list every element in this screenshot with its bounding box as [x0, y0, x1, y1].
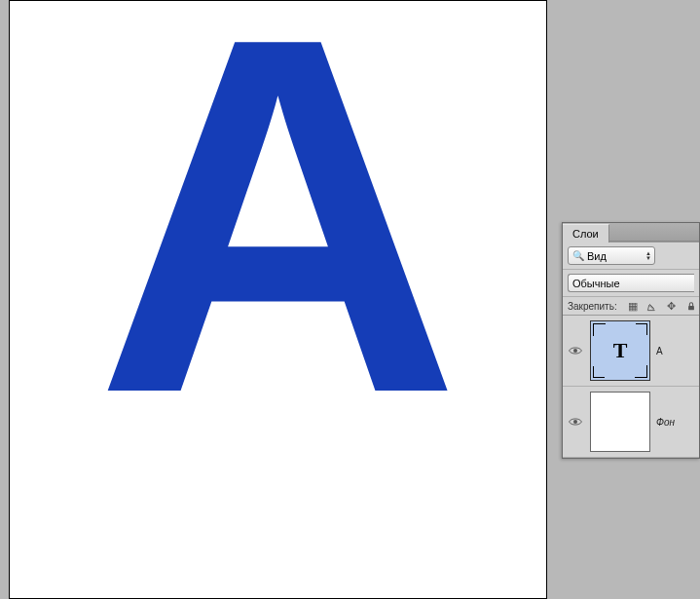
layer-name[interactable]: А	[656, 346, 695, 356]
layer-name[interactable]: Фон	[656, 417, 695, 428]
layer-item-text[interactable]: T А	[563, 316, 699, 387]
panel-tab-bar: Слои	[563, 223, 699, 243]
layer-thumbnail[interactable]: T	[590, 320, 650, 381]
filter-row: 🔍 Вид ▲▼	[563, 243, 699, 270]
layer-filter-dropdown[interactable]: 🔍 Вид ▲▼	[568, 246, 655, 265]
svg-rect-0	[688, 306, 694, 310]
layer-item-background[interactable]: Фон	[563, 387, 699, 458]
blend-mode-dropdown[interactable]: Обычные	[568, 274, 694, 292]
svg-point-2	[573, 420, 577, 424]
search-icon: 🔍	[572, 250, 584, 261]
lock-all-icon[interactable]	[685, 300, 697, 312]
text-layer-icon: T	[613, 338, 628, 363]
canvas[interactable]: А	[9, 0, 547, 599]
layers-list: T А Фон	[563, 316, 699, 458]
visibility-toggle[interactable]	[567, 346, 584, 356]
lock-transparency-icon[interactable]: ▦	[627, 300, 639, 312]
eye-icon	[569, 417, 582, 427]
eye-icon	[569, 346, 582, 356]
visibility-toggle[interactable]	[567, 417, 584, 427]
layers-panel: Слои 🔍 Вид ▲▼ Обычные Закрепить: ▦ ✥	[562, 222, 700, 459]
filter-label: Вид	[587, 250, 607, 262]
dropdown-stepper-icon: ▲▼	[645, 251, 651, 261]
lock-row: Закрепить: ▦ ✥	[563, 297, 699, 316]
lock-pixels-icon[interactable]	[646, 300, 658, 312]
blend-mode-value: Обычные	[572, 278, 620, 289]
svg-point-1	[573, 349, 577, 353]
lock-position-icon[interactable]: ✥	[666, 300, 678, 312]
lock-label: Закрепить:	[568, 301, 617, 312]
lock-icons-group: ▦ ✥	[627, 300, 697, 312]
layer-thumbnail[interactable]	[590, 392, 650, 452]
tab-bar-empty	[609, 223, 699, 242]
blend-row: Обычные	[563, 270, 699, 297]
tab-layers[interactable]: Слои	[563, 224, 609, 243]
canvas-text-object[interactable]: А	[95, 0, 461, 468]
